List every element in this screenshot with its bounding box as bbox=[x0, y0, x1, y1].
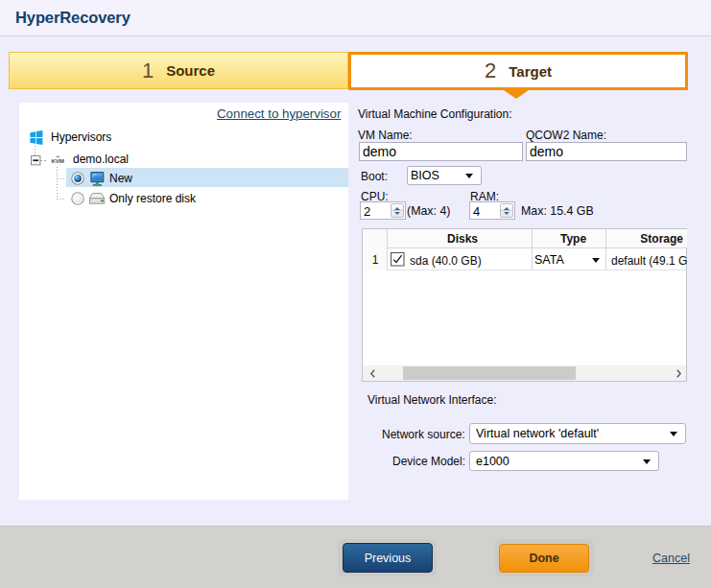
svg-text:KVM: KVM bbox=[52, 157, 64, 164]
